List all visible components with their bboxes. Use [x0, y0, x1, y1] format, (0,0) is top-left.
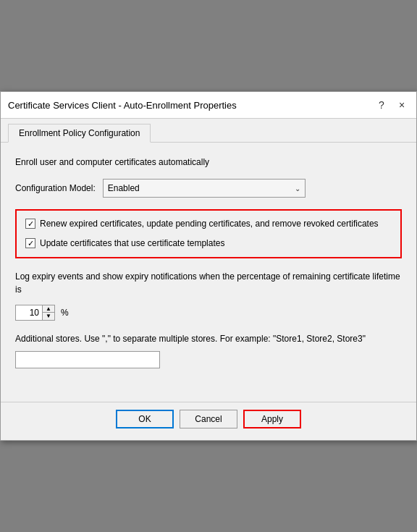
stores-input[interactable] — [15, 351, 160, 368]
button-bar: OK Cancel Apply — [1, 402, 416, 440]
chevron-down-icon: ⌄ — [295, 185, 300, 193]
spinner-row: 10 ▲ ▼ % — [15, 305, 402, 321]
checkbox-update[interactable] — [25, 238, 35, 248]
apply-button[interactable]: Apply — [243, 410, 301, 428]
cancel-button[interactable]: Cancel — [180, 410, 237, 428]
checkbox-renew[interactable] — [25, 219, 35, 229]
config-label: Configuration Model: — [15, 183, 96, 193]
lifetime-spinner: 10 ▲ ▼ — [15, 305, 55, 321]
checkbox-renew-label: Renew expired certificates, update pendi… — [40, 218, 379, 230]
config-model-row: Configuration Model: Enabled ⌄ — [15, 179, 402, 198]
spinner-down-button[interactable]: ▼ — [43, 313, 54, 320]
content-area: Enroll user and computer certificates au… — [1, 143, 416, 402]
spinner-buttons: ▲ ▼ — [43, 305, 55, 321]
checkbox-renew-item: Renew expired certificates, update pendi… — [25, 218, 392, 230]
main-window: Certificate Services Client - Auto-Enrol… — [0, 91, 417, 441]
tab-bar: Enrollment Policy Configuration — [1, 119, 416, 143]
ok-button[interactable]: OK — [116, 410, 174, 428]
config-dropdown-value: Enabled — [108, 183, 140, 193]
log-expiry-text: Log expiry events and show expiry notifi… — [15, 270, 402, 296]
title-bar-controls: ? × — [374, 98, 409, 112]
section-description: Enroll user and computer certificates au… — [15, 157, 402, 167]
close-button[interactable]: × — [395, 98, 409, 112]
config-dropdown[interactable]: Enabled ⌄ — [103, 179, 306, 198]
checkbox-update-item: Update certificates that use certificate… — [25, 237, 392, 250]
help-button[interactable]: ? — [374, 98, 389, 112]
percent-label: % — [61, 308, 69, 318]
stores-description: Additional stores. Use "," to separate m… — [15, 332, 402, 345]
title-bar: Certificate Services Client - Auto-Enrol… — [1, 92, 416, 119]
spinner-up-button[interactable]: ▲ — [43, 305, 54, 313]
checkbox-group: Renew expired certificates, update pendi… — [15, 209, 402, 258]
checkbox-update-label: Update certificates that use certificate… — [40, 237, 224, 250]
title-bar-left: Certificate Services Client - Auto-Enrol… — [8, 100, 237, 111]
window-title: Certificate Services Client - Auto-Enrol… — [8, 100, 237, 111]
spinner-value[interactable]: 10 — [15, 305, 43, 321]
tab-enrollment-policy[interactable]: Enrollment Policy Configuration — [8, 124, 151, 143]
